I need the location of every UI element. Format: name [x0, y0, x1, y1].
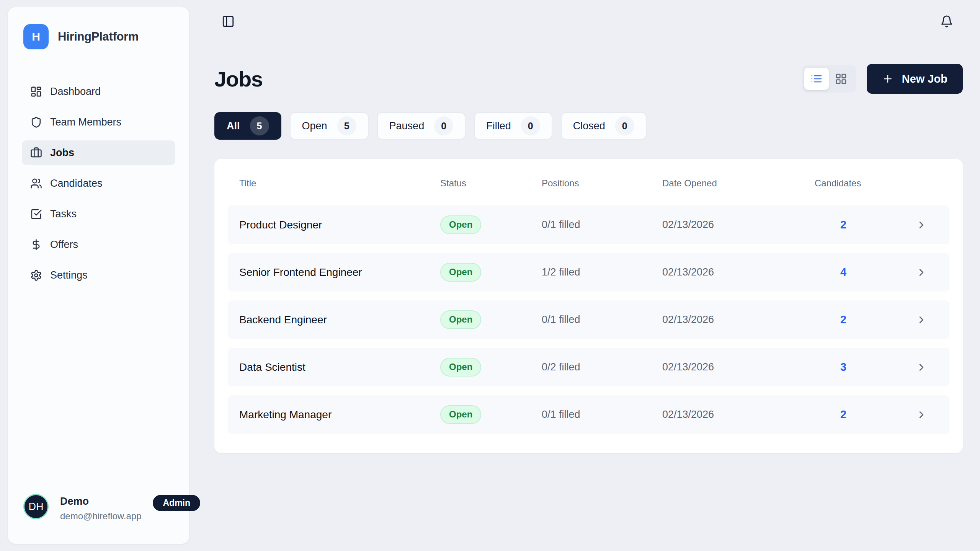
table-body: Product Designer Open 0/1 filled 02/13/2…: [228, 205, 949, 434]
brand-header: H HiringPlatform: [8, 7, 189, 49]
status-badge: Open: [440, 215, 481, 234]
user-name: Demo: [60, 496, 141, 507]
sidebar-item-dashboard[interactable]: Dashboard: [22, 79, 175, 104]
sidebar-nav: Dashboard Team Members Jobs Candidates T…: [8, 79, 189, 287]
date-opened-cell: 02/13/2026: [662, 361, 815, 373]
dashboard-icon: [30, 86, 42, 98]
tab-paused[interactable]: Paused 0: [377, 112, 466, 140]
user-email: demo@hireflow.app: [60, 511, 141, 522]
notifications-button[interactable]: [939, 13, 955, 29]
chevron-right-icon[interactable]: [915, 219, 927, 231]
table-row[interactable]: Data Scientist Open 0/2 filled 02/13/202…: [228, 348, 949, 386]
table-header-row: Title Status Positions Date Opened Candi…: [228, 178, 949, 189]
chevron-right-icon[interactable]: [915, 314, 927, 326]
job-title: Backend Engineer: [239, 314, 440, 326]
sidebar-item-label: Settings: [50, 269, 88, 281]
positions-cell: 0/1 filled: [542, 314, 662, 326]
header-actions: New Job: [802, 64, 963, 94]
avatar: DH: [23, 494, 49, 519]
candidates-count[interactable]: 4: [815, 266, 872, 279]
sidebar-item-label: Candidates: [50, 178, 103, 189]
content: Jobs: [189, 64, 980, 453]
list-view-button[interactable]: [804, 68, 829, 90]
date-opened-cell: 02/13/2026: [662, 266, 815, 278]
tab-count-badge: 0: [615, 116, 634, 135]
tab-count-badge: 0: [434, 116, 453, 135]
tab-all[interactable]: All 5: [214, 112, 281, 140]
job-title: Product Designer: [239, 219, 440, 231]
sidebar-item-label: Offers: [50, 239, 78, 251]
brand-logo-letter: H: [32, 30, 40, 43]
sidebar-item-jobs[interactable]: Jobs: [22, 140, 175, 165]
jobs-table-card: Title Status Positions Date Opened Candi…: [214, 159, 963, 453]
bell-icon: [940, 15, 953, 28]
user-profile[interactable]: DH Demo demo@hireflow.app Admin: [23, 494, 174, 522]
status-badge: Open: [440, 358, 481, 376]
tab-label: Closed: [573, 120, 605, 132]
candidates-count[interactable]: 2: [815, 408, 872, 421]
page-title: Jobs: [214, 67, 263, 91]
tab-open[interactable]: Open 5: [290, 112, 369, 140]
user-info: Demo demo@hireflow.app: [60, 494, 141, 522]
users-icon: [30, 178, 42, 189]
candidates-count[interactable]: 2: [815, 313, 872, 326]
view-mode-toggle: [802, 65, 856, 93]
column-header-date-opened: Date Opened: [662, 178, 815, 189]
table-row[interactable]: Senior Frontend Engineer Open 1/2 filled…: [228, 253, 949, 292]
grid-view-button[interactable]: [829, 68, 853, 90]
sidebar-item-tasks[interactable]: Tasks: [22, 202, 175, 226]
table-row[interactable]: Backend Engineer Open 0/1 filled 02/13/2…: [228, 300, 949, 339]
new-job-label: New Job: [902, 73, 947, 85]
new-job-button[interactable]: New Job: [867, 64, 963, 94]
tab-filled[interactable]: Filled 0: [474, 112, 552, 140]
candidates-count[interactable]: 2: [815, 218, 872, 231]
brand-name: HiringPlatform: [58, 30, 139, 44]
tab-closed[interactable]: Closed 0: [561, 112, 647, 140]
plus-icon: [882, 73, 893, 85]
column-header-positions: Positions: [542, 178, 662, 189]
chevron-right-icon[interactable]: [915, 267, 927, 278]
chevron-right-icon[interactable]: [915, 362, 927, 373]
job-title: Data Scientist: [239, 361, 440, 373]
sidebar-toggle-button[interactable]: [220, 13, 236, 29]
table-row[interactable]: Product Designer Open 0/1 filled 02/13/2…: [228, 205, 949, 244]
positions-cell: 0/1 filled: [542, 409, 662, 421]
status-badge: Open: [440, 405, 481, 424]
tab-label: Paused: [389, 120, 425, 132]
list-icon: [810, 73, 823, 85]
topbar: [189, 0, 980, 43]
tab-label: Open: [302, 120, 327, 132]
chevron-right-icon[interactable]: [915, 409, 927, 421]
sidebar-item-offers[interactable]: Offers: [22, 232, 175, 257]
job-title: Senior Frontend Engineer: [239, 266, 440, 279]
sidebar-item-team-members[interactable]: Team Members: [22, 110, 175, 134]
positions-cell: 0/2 filled: [542, 361, 662, 373]
status-filter-tabs: All 5 Open 5 Paused 0 Filled 0 Closed 0: [214, 112, 963, 140]
sidebar-item-settings[interactable]: Settings: [22, 263, 175, 287]
positions-cell: 1/2 filled: [542, 266, 662, 278]
sidebar-item-label: Dashboard: [50, 86, 101, 98]
status-badge: Open: [440, 310, 481, 329]
table-row[interactable]: Marketing Manager Open 0/1 filled 02/13/…: [228, 395, 949, 434]
sidebar-item-candidates[interactable]: Candidates: [22, 171, 175, 196]
sidebar-item-label: Jobs: [50, 147, 74, 159]
gear-icon: [30, 269, 42, 281]
avatar-initials: DH: [29, 501, 44, 513]
status-badge: Open: [440, 263, 481, 281]
sidebar-item-label: Tasks: [50, 208, 77, 220]
tab-label: Filled: [486, 120, 511, 132]
shield-icon: [30, 116, 42, 128]
column-header-title: Title: [239, 178, 440, 189]
main-area: Jobs: [189, 0, 980, 551]
tab-label: All: [227, 120, 240, 132]
job-title: Marketing Manager: [239, 409, 440, 421]
check-square-icon: [30, 208, 42, 220]
date-opened-cell: 02/13/2026: [662, 219, 815, 231]
brand-logo: H: [23, 24, 49, 49]
positions-cell: 0/1 filled: [542, 219, 662, 231]
candidates-count[interactable]: 3: [815, 361, 872, 373]
grid-icon: [835, 73, 847, 85]
column-header-status: Status: [440, 178, 542, 189]
briefcase-icon: [30, 147, 42, 159]
dollar-icon: [30, 239, 42, 251]
